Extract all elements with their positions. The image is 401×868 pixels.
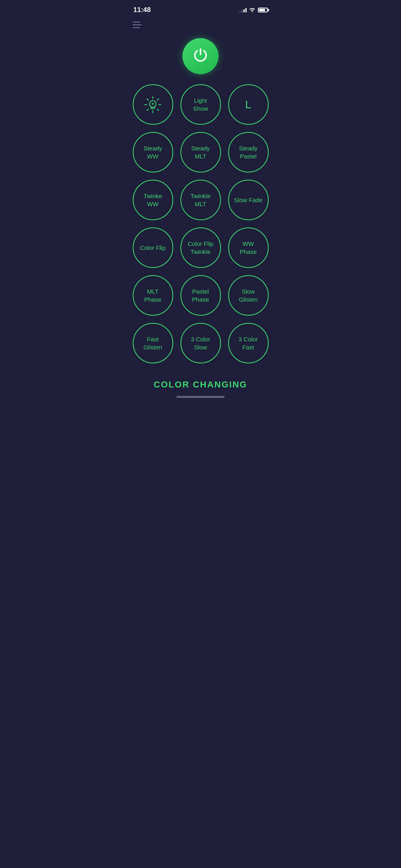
signal-bars-icon (239, 8, 247, 12)
power-icon (193, 47, 208, 65)
pastel-phase-button[interactable]: PastelPhase (180, 275, 221, 316)
button-grid: LightShow L SteadyWW SteadyMLT SteadyPas… (126, 84, 276, 363)
color-flip-twinkle-label: Color FlipTwinkle (188, 240, 213, 256)
steady-ww-button[interactable]: SteadyWW (133, 132, 173, 172)
steady-ww-label: SteadyWW (144, 144, 162, 160)
light-show-button[interactable]: LightShow (180, 84, 221, 125)
battery-icon (258, 8, 268, 12)
fast-glisten-label: FastGlisten (144, 335, 162, 351)
twinkle-mlt-label: TwinkleMLT (190, 192, 211, 208)
color-flip-button[interactable]: Color Flip (133, 227, 173, 268)
steady-pastel-button[interactable]: SteadyPastel (228, 132, 269, 172)
3-color-slow-label: 3 ColorSlow (191, 335, 210, 351)
wifi-icon (249, 7, 255, 13)
steady-pastel-label: SteadyPastel (239, 144, 258, 160)
timer-button[interactable]: L (228, 84, 269, 125)
timer-icon: L (245, 99, 251, 110)
twinkle-ww-label: TwinkeWW (144, 192, 162, 208)
menu-button[interactable] (126, 18, 276, 30)
bulb-button[interactable] (133, 84, 173, 125)
status-bar: 11:48 (126, 0, 276, 18)
color-flip-label: Color Flip (140, 244, 166, 252)
svg-line-6 (157, 99, 159, 100)
menu-line-3 (133, 27, 140, 28)
menu-line-2 (133, 24, 142, 25)
3-color-fast-button[interactable]: 3 ColorFast (228, 323, 269, 363)
slow-fade-label: Slow Fade (234, 196, 263, 204)
steady-mlt-button[interactable]: SteadyMLT (180, 132, 221, 172)
slow-fade-button[interactable]: Slow Fade (228, 180, 269, 220)
mlt-phase-button[interactable]: MLTPhase (133, 275, 173, 316)
ww-phase-label: WWPhase (240, 240, 257, 256)
svg-line-5 (157, 109, 159, 111)
status-icons (239, 7, 268, 13)
svg-line-4 (147, 99, 148, 100)
ww-phase-button[interactable]: WWPhase (228, 227, 269, 268)
svg-point-11 (152, 103, 154, 105)
mlt-phase-label: MLTPhase (144, 288, 162, 303)
bulb-icon (143, 95, 163, 115)
svg-line-7 (147, 109, 148, 111)
footer: COLOR CHANGING (126, 379, 276, 410)
color-flip-twinkle-button[interactable]: Color FlipTwinkle (180, 227, 221, 268)
slow-glisten-label: SlowGlisten (239, 288, 258, 303)
color-changing-label: COLOR CHANGING (126, 379, 276, 390)
slow-glisten-button[interactable]: SlowGlisten (228, 275, 269, 316)
fast-glisten-button[interactable]: FastGlisten (133, 323, 173, 363)
status-time: 11:48 (134, 6, 151, 14)
twinkle-mlt-button[interactable]: TwinkleMLT (180, 180, 221, 220)
steady-mlt-label: SteadyMLT (191, 144, 210, 160)
twinkle-ww-button[interactable]: TwinkeWW (133, 180, 173, 220)
pastel-phase-label: PastelPhase (192, 288, 209, 303)
home-indicator (176, 396, 225, 398)
power-section (126, 30, 276, 84)
light-show-label: LightShow (193, 97, 208, 112)
power-button[interactable] (182, 38, 219, 74)
3-color-slow-button[interactable]: 3 ColorSlow (180, 323, 221, 363)
menu-line-1 (133, 22, 140, 22)
3-color-fast-label: 3 ColorFast (239, 335, 258, 351)
